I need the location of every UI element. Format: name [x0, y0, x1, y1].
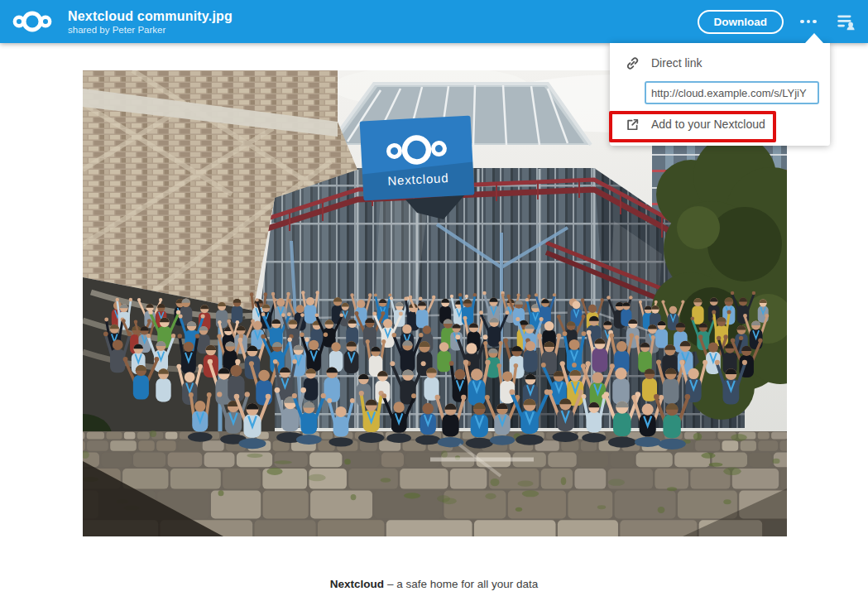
details-sidebar-user-icon — [835, 11, 856, 32]
link-icon — [626, 56, 640, 70]
public-share-page: Nextcloud community.jpg shared by Peter … — [0, 0, 868, 601]
ellipsis-icon — [798, 20, 818, 24]
file-title-block: Nextcloud community.jpg shared by Peter … — [68, 8, 233, 36]
footer-caption: Nextcloud– a safe home for all your data — [0, 578, 868, 590]
menu-item-label: Direct link — [651, 56, 702, 70]
direct-link-input[interactable] — [645, 81, 819, 104]
download-button[interactable]: Download — [698, 10, 784, 34]
nextcloud-banner: Nextcloud — [360, 116, 475, 201]
popover-arrow — [805, 33, 823, 43]
nextcloud-logo-icon[interactable] — [11, 7, 54, 36]
sidebar-toggle-button[interactable] — [830, 6, 861, 37]
footer-brand: Nextcloud — [330, 578, 384, 590]
menu-item-add-to-nextcloud[interactable]: Add to your Nextcloud — [610, 108, 830, 140]
share-options-popover: Direct link Add to your Nextcloud — [610, 43, 830, 146]
shared-by-subtitle: shared by Peter Parker — [68, 24, 233, 36]
external-link-icon — [626, 118, 640, 132]
page-title: Nextcloud community.jpg — [68, 8, 233, 24]
header-actions: Download — [698, 0, 868, 43]
footer-tagline: – a safe home for all your data — [387, 578, 538, 590]
header-bar: Nextcloud community.jpg shared by Peter … — [0, 0, 868, 43]
menu-item-direct-link[interactable]: Direct link — [610, 47, 830, 79]
menu-item-label: Add to your Nextcloud — [651, 118, 765, 131]
